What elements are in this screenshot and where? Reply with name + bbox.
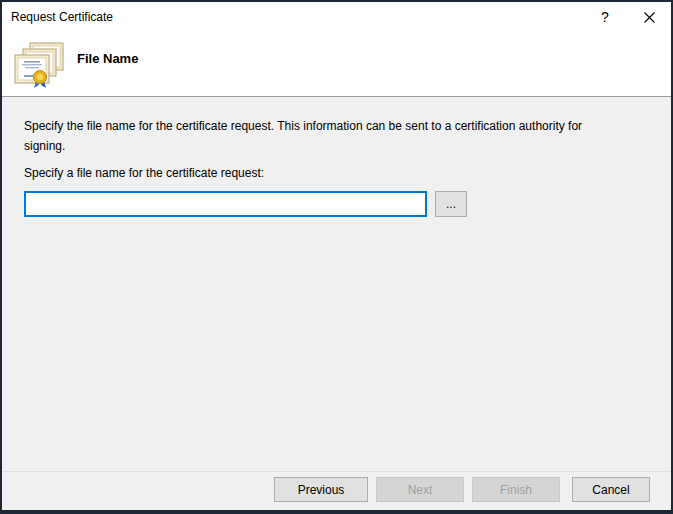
file-name-label: Specify a file name for the certificate … — [24, 166, 264, 180]
help-button[interactable]: ? — [583, 2, 627, 32]
window-title: Request Certificate — [2, 10, 583, 24]
button-bar: Previous Next Finish Cancel — [2, 471, 671, 510]
finish-button: Finish — [472, 477, 560, 502]
certificates-icon — [13, 42, 65, 90]
wizard-content: Specify the file name for the certificat… — [2, 97, 671, 472]
close-icon — [644, 12, 655, 23]
title-bar: Request Certificate ? — [2, 2, 671, 32]
close-button[interactable] — [627, 2, 671, 32]
description-text: Specify the file name for the certificat… — [24, 116, 624, 156]
wizard-header: File Name — [2, 32, 671, 97]
browse-button[interactable]: ... — [435, 191, 467, 217]
next-button: Next — [376, 477, 464, 502]
cancel-button[interactable]: Cancel — [572, 477, 650, 502]
help-icon: ? — [601, 9, 609, 25]
request-certificate-dialog: Request Certificate ? — [0, 0, 673, 514]
page-title: File Name — [77, 51, 138, 66]
previous-button[interactable]: Previous — [274, 477, 368, 502]
ellipsis-icon: ... — [446, 197, 456, 211]
file-name-input[interactable] — [24, 191, 427, 217]
